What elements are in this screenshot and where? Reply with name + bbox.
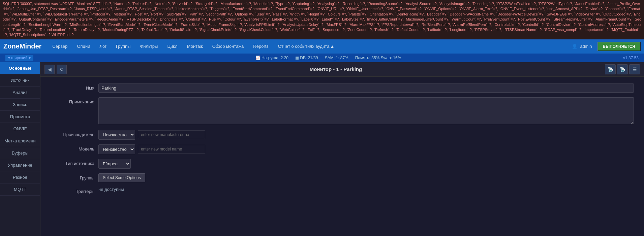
sam-status: SAM_1: 87% xyxy=(325,56,348,60)
notes-input[interactable] xyxy=(98,97,634,124)
list-icon: ☰ xyxy=(633,67,637,72)
db-status: ▦ DB: 21/39 xyxy=(295,56,318,60)
load-value: Нагрузка: 2.20 xyxy=(262,56,288,60)
sidebar-label-mqtt: MQTT xyxy=(14,187,26,192)
notes-label: Примечание xyxy=(51,97,94,104)
rss-button-1[interactable]: 📡 xyxy=(605,64,616,74)
refresh-button[interactable]: ↻ xyxy=(57,65,67,74)
nav-audit-dropdown[interactable]: Отчёт о событиях аудита ▲ xyxy=(276,42,336,50)
sidebar-item-timestamp[interactable]: Метка времени xyxy=(0,135,40,147)
manufacturer-label: Производитель xyxy=(51,130,94,137)
top-nav: ZoneMinder Сервер Опции Лог Группы Фильт… xyxy=(0,39,644,54)
name-control xyxy=(98,83,634,93)
model-row: Модель Неизвестно xyxy=(51,144,634,154)
sidebar-label-onvif: ONVIF xyxy=(13,126,27,131)
triggers-row: Триггеры не доступны xyxy=(51,187,634,194)
sidebar-label-record: Запись xyxy=(13,102,27,107)
sidebar-item-mqtt[interactable]: MQTT xyxy=(0,183,40,196)
running-badge[interactable]: ВЫПОЛНЯЕТСЯ xyxy=(597,42,641,51)
sidebar-label-control: Управление xyxy=(8,163,32,168)
groups-control: Select Some Options xyxy=(98,173,634,182)
groups-select-button[interactable]: Select Some Options xyxy=(98,173,145,182)
wide-button[interactable]: ▾ широкий ▾ xyxy=(5,55,33,61)
nav-filters[interactable]: Фильтры xyxy=(138,42,160,50)
manufacturer-row: Производитель Неизвестно xyxy=(51,130,634,140)
main-layout: Основные Источник Анализ Запись Просмотр… xyxy=(0,62,644,236)
mh-left: ◀ ↻ xyxy=(44,65,67,74)
notes-control xyxy=(98,97,634,125)
status-center: 📈 Нагрузка: 2.20 ▦ DB: 21/39 SAM_1: 87% … xyxy=(40,56,616,60)
manufacturer-control: Неизвестно xyxy=(98,130,634,140)
nav-log[interactable]: Лог xyxy=(98,42,109,50)
nav-montage[interactable]: Монтаж xyxy=(185,42,205,50)
sidebar-item-basic[interactable]: Основные xyxy=(0,62,40,74)
version-label: v1.37.53 xyxy=(623,56,639,60)
nav-cycle[interactable]: Цикл xyxy=(165,42,179,50)
sidebar-item-record[interactable]: Запись xyxy=(0,99,40,111)
sidebar-label-timestamp: Метка времени xyxy=(4,138,36,143)
groups-label: Группы xyxy=(51,173,94,180)
source-type-row: Тип источника Ffmpeg LibVLC cURL NVSocke… xyxy=(51,159,634,169)
nav-montage-overview[interactable]: Обзор монтажа xyxy=(210,42,246,50)
sidebar-label-analysis: Анализ xyxy=(13,90,28,95)
sidebar-label-basic: Основные xyxy=(9,66,31,71)
model-new-input[interactable] xyxy=(138,145,205,154)
sidebar-item-misc[interactable]: Разное xyxy=(0,171,40,183)
nav-groups[interactable]: Группы xyxy=(114,42,132,50)
error-text: SQL-ERR '00000', statement was 'UPDATE `… xyxy=(3,2,641,37)
back-button[interactable]: ◀ xyxy=(44,65,55,74)
mh-center: Монитор - 1 - Parking xyxy=(67,66,605,72)
sidebar-label-view: Просмотр xyxy=(10,114,30,119)
notes-row: Примечание xyxy=(51,97,634,125)
content-area: ◀ ↻ Монитор - 1 - Parking 📡 📡 ☰ xyxy=(40,62,644,236)
db-value: DB: 21/39 xyxy=(300,56,318,60)
name-row: Имя xyxy=(51,83,634,93)
admin-area: 👤 admin xyxy=(572,44,592,49)
triggers-control: не доступны xyxy=(98,187,634,192)
name-label: Имя xyxy=(51,83,94,91)
memory-status: Память: 35% Swap: 16% xyxy=(355,56,401,60)
sidebar-item-buffers[interactable]: Буферы xyxy=(0,147,40,159)
error-bar: SQL-ERR '00000', statement was 'UPDATE `… xyxy=(0,0,644,39)
sidebar-item-onvif[interactable]: ONVIF xyxy=(0,123,40,135)
admin-label[interactable]: admin xyxy=(580,44,592,49)
nav-reports[interactable]: Reports xyxy=(251,42,271,50)
list-button[interactable]: ☰ xyxy=(629,64,640,74)
nav-audit-label: Отчёт о событиях аудита xyxy=(278,44,330,49)
sidebar-item-source[interactable]: Источник xyxy=(0,74,40,87)
manufacturer-select[interactable]: Неизвестно xyxy=(98,130,135,140)
mh-right: 📡 📡 ☰ xyxy=(605,64,640,74)
form-area: Имя Примечание Производитель Неизвестно xyxy=(40,77,644,236)
model-select[interactable]: Неизвестно xyxy=(98,144,135,154)
triggers-value: не доступны xyxy=(98,185,124,192)
sidebar-label-misc: Разное xyxy=(13,175,27,180)
sidebar-label-source: Источник xyxy=(11,78,30,83)
rss2-icon: 📡 xyxy=(620,67,625,72)
dropdown-arrow: ▲ xyxy=(330,44,334,49)
trend-icon: 📈 xyxy=(255,56,260,60)
triggers-label: Триггеры xyxy=(51,187,94,194)
sidebar-item-control[interactable]: Управление xyxy=(0,159,40,171)
source-type-control: Ffmpeg LibVLC cURL NVSocket Local Remote… xyxy=(98,159,634,169)
manufacturer-new-input[interactable] xyxy=(138,130,205,139)
rss1-icon: 📡 xyxy=(608,67,613,72)
status-bar: ▾ широкий ▾ 📈 Нагрузка: 2.20 ▦ DB: 21/39… xyxy=(0,54,644,62)
source-type-select[interactable]: Ffmpeg LibVLC cURL NVSocket Local Remote… xyxy=(98,159,131,169)
monitor-header: ◀ ↻ Монитор - 1 - Parking 📡 📡 ☰ xyxy=(40,62,644,77)
groups-row: Группы Select Some Options xyxy=(51,173,634,182)
db-icon: ▦ xyxy=(295,56,299,60)
nav-server[interactable]: Сервер xyxy=(50,42,69,50)
load-status: 📈 Нагрузка: 2.20 xyxy=(255,56,288,60)
rss-button-2[interactable]: 📡 xyxy=(617,64,628,74)
monitor-title: Монитор - 1 - Parking xyxy=(310,66,362,72)
sidebar-item-analysis[interactable]: Анализ xyxy=(0,87,40,99)
model-control: Неизвестно xyxy=(98,144,634,154)
sidebar-item-view[interactable]: Просмотр xyxy=(0,111,40,123)
nav-options[interactable]: Опции xyxy=(75,42,92,50)
name-input[interactable] xyxy=(98,83,634,93)
model-label: Модель xyxy=(51,144,94,151)
sidebar-label-buffers: Буферы xyxy=(12,150,28,156)
sidebar: Основные Источник Анализ Запись Просмотр… xyxy=(0,62,40,236)
source-type-label: Тип источника xyxy=(51,159,94,166)
brand-logo: ZoneMinder xyxy=(3,42,41,50)
